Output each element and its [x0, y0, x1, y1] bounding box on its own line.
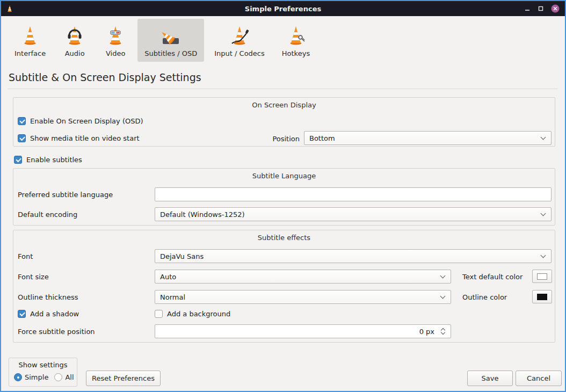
radio-simple-label: Simple — [25, 373, 48, 381]
tab-audio-label: Audio — [65, 49, 85, 57]
radio-all[interactable] — [54, 373, 62, 381]
add-shadow-label: Add a shadow — [30, 310, 79, 318]
osd-group-title: On Screen Display — [13, 101, 555, 109]
tab-hotkeys[interactable]: Hotkeys — [275, 19, 317, 62]
tab-input-codecs[interactable]: Input / Codecs — [207, 19, 272, 62]
radio-all-label: All — [65, 373, 74, 381]
chevron-down-icon — [440, 273, 446, 279]
subtitle-effects-groupbox: Subtitle effects Font DejaVu Sans Font s… — [13, 230, 555, 343]
cancel-button[interactable]: Cancel — [516, 371, 562, 386]
position-dropdown[interactable]: Bottom — [304, 131, 552, 145]
font-size-label: Font size — [18, 273, 49, 281]
show-media-title-label: Show media title on video start — [30, 134, 140, 142]
video-icon — [104, 24, 127, 47]
chevron-down-icon — [440, 294, 446, 299]
outline-color-button[interactable] — [532, 290, 552, 303]
show-settings-title: Show settings — [9, 361, 77, 369]
window-controls — [524, 4, 565, 13]
default-encoding-label: Default encoding — [18, 210, 77, 219]
outline-color-label: Outline color — [462, 293, 507, 302]
add-shadow-checkbox-row[interactable]: Add a shadow — [18, 310, 79, 318]
outline-thickness-dropdown-value: Normal — [160, 293, 185, 301]
text-default-color-label: Text default color — [462, 273, 523, 281]
radio-all-row[interactable]: All — [54, 373, 74, 381]
vlc-cone-icon — [5, 4, 14, 13]
tab-interface-label: Interface — [14, 49, 46, 57]
add-shadow-checkbox[interactable] — [18, 310, 26, 318]
enable-subtitles-checkbox-row[interactable]: Enable subtitles — [14, 156, 82, 164]
force-subtitle-position-spinbox[interactable]: 0 px — [155, 324, 451, 338]
font-size-dropdown-value: Auto — [160, 273, 176, 281]
tab-subtitles-osd[interactable]: Subtitles / OSD — [137, 19, 204, 62]
outline-thickness-dropdown[interactable]: Normal — [155, 290, 451, 304]
show-settings-groupbox: Show settings Simple All — [9, 358, 77, 387]
interface-icon — [18, 24, 42, 47]
text-default-color-button[interactable] — [532, 270, 552, 283]
minimize-icon[interactable] — [524, 5, 531, 12]
save-button[interactable]: Save — [467, 371, 513, 386]
maximize-icon[interactable] — [538, 5, 544, 12]
force-subtitle-position-value: 0 px — [419, 328, 434, 336]
font-dropdown[interactable]: DejaVu Sans — [155, 249, 552, 263]
tab-video-label: Video — [106, 49, 125, 57]
tab-interface[interactable]: Interface — [8, 19, 53, 62]
chevron-down-icon — [541, 253, 546, 258]
category-toolbar: Interface Audio — [8, 19, 317, 62]
tab-input-codecs-label: Input / Codecs — [214, 49, 265, 57]
font-label: Font — [18, 252, 33, 261]
show-settings-radios: Simple All — [14, 373, 74, 381]
preferred-language-label: Preferred subtitle language — [18, 191, 113, 199]
tab-video[interactable]: Video — [97, 19, 134, 62]
position-label: Position — [269, 135, 300, 143]
add-background-checkbox-row[interactable]: Add a background — [155, 310, 230, 318]
close-icon[interactable] — [551, 4, 560, 13]
enable-subtitles-checkbox[interactable] — [14, 156, 22, 164]
page-title: Subtitle & On Screen Display Settings — [9, 71, 201, 83]
chevron-down-icon — [541, 211, 546, 216]
show-media-title-checkbox[interactable] — [18, 134, 26, 142]
tab-subtitles-osd-label: Subtitles / OSD — [144, 49, 197, 57]
enable-osd-label: Enable On Screen Display (OSD) — [30, 117, 143, 125]
hotkeys-icon — [284, 24, 308, 47]
radio-simple-row[interactable]: Simple — [14, 373, 48, 381]
titlebar: Simple Preferences — [1, 1, 565, 16]
osd-groupbox: On Screen Display Enable On Screen Displ… — [13, 97, 555, 147]
enable-osd-checkbox-row[interactable]: Enable On Screen Display (OSD) — [18, 117, 143, 125]
tab-hotkeys-label: Hotkeys — [282, 49, 310, 57]
radio-simple[interactable] — [14, 373, 22, 381]
reset-preferences-button[interactable]: Reset Preferences — [86, 371, 161, 386]
outline-thickness-label: Outline thickness — [18, 293, 78, 302]
subtitles-osd-icon — [159, 24, 183, 47]
font-size-dropdown[interactable]: Auto — [155, 270, 451, 284]
default-encoding-dropdown[interactable]: Default (Windows-1252) — [155, 207, 552, 221]
simple-preferences-window: Simple Preferences Inte — [0, 0, 566, 392]
subtitle-language-groupbox: Subtitle Language Preferred subtitle lan… — [13, 168, 555, 226]
add-background-label: Add a background — [167, 310, 230, 318]
force-subtitle-position-label: Force subtitle position — [18, 328, 95, 336]
heading-divider — [8, 89, 558, 89]
enable-osd-checkbox[interactable] — [18, 117, 26, 125]
chevron-down-icon — [541, 135, 546, 140]
input-codecs-icon — [228, 24, 251, 47]
position-dropdown-value: Bottom — [309, 134, 335, 142]
add-background-checkbox[interactable] — [155, 310, 163, 318]
audio-icon — [63, 24, 86, 47]
enable-subtitles-label: Enable subtitles — [26, 156, 82, 164]
show-media-title-checkbox-row[interactable]: Show media title on video start — [18, 134, 140, 142]
window-title: Simple Preferences — [1, 5, 565, 13]
font-dropdown-value: DejaVu Sans — [160, 252, 204, 260]
subtitle-language-group-title: Subtitle Language — [13, 172, 555, 180]
tab-audio[interactable]: Audio — [56, 19, 93, 62]
default-encoding-dropdown-value: Default (Windows-1252) — [160, 210, 245, 219]
preferred-language-input[interactable] — [155, 187, 552, 201]
subtitle-effects-group-title: Subtitle effects — [13, 234, 555, 242]
outline-color-swatch — [537, 294, 547, 300]
text-default-color-swatch — [537, 273, 547, 280]
